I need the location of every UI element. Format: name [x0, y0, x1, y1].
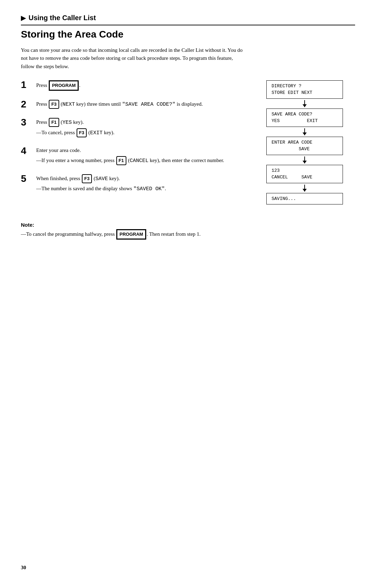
step-number-5: 5	[21, 174, 33, 184]
step-number-4: 4	[21, 146, 33, 156]
diagram-arrow-2	[304, 127, 305, 137]
diagram-arrow-4	[304, 183, 305, 193]
diagram-box-4-line-1: 123	[272, 167, 338, 174]
page-number: 30	[21, 565, 26, 571]
diagram-arrow-1	[304, 99, 305, 108]
page-title: Storing the Area Code	[21, 29, 355, 40]
steps-column: 1 Press PROGRAM. 2 Press F3 (NEXT key) t…	[21, 80, 254, 205]
main-content: 1 Press PROGRAM. 2 Press F3 (NEXT key) t…	[21, 80, 355, 205]
f3-key-3: F3	[82, 174, 92, 183]
step-2: 2 Press F3 (NEXT key) three times until …	[21, 100, 247, 110]
diagram-arrow-3	[304, 155, 305, 165]
header-arrow-icon: ▶	[21, 14, 26, 22]
diagram-box-4-line-2: CANCEL SAVE	[272, 174, 338, 181]
diagram-box-3: ENTER AREA CODE SAVE	[266, 137, 343, 155]
program-key-note: PROGRAM	[116, 229, 146, 240]
step-content-4: Enter your area code. —If you enter a wr…	[36, 146, 247, 166]
header-divider	[21, 25, 355, 25]
diagram-box-1: DIRECTORY ? STORE EDIT NEXT	[266, 80, 343, 99]
step-content-2: Press F3 (NEXT key) three times until "S…	[36, 100, 247, 110]
step-2-text: Press F3 (NEXT key) three times until "S…	[36, 100, 247, 109]
f1-key-1: F1	[49, 118, 59, 127]
f1-key-2: F1	[116, 156, 126, 165]
step-4-main: Enter your area code.	[36, 146, 247, 154]
diagram-box-5: SAVING...	[266, 193, 343, 205]
diagram-box-2-line-1: SAVE AREA CODE?	[272, 111, 338, 118]
program-key-1: PROGRAM	[49, 80, 79, 91]
step-3-main: Press F1 (YES key).	[36, 118, 247, 127]
header-title: Using the Caller List	[29, 14, 96, 22]
step-5: 5 When finished, press F3 (SAVE key). —T…	[21, 174, 247, 194]
step-3-sub: —To cancel, press F3 (EXIT key).	[36, 128, 247, 137]
diagram-column: DIRECTORY ? STORE EDIT NEXT SAVE AREA CO…	[254, 80, 355, 205]
diagram-box-4: 123 CANCEL SAVE	[266, 165, 343, 183]
note-title: Note:	[21, 222, 292, 228]
diagram-box-3-line-1: ENTER AREA CODE	[272, 139, 338, 146]
step-number-2: 2	[21, 99, 33, 110]
description-text: You can store your area code so that inc…	[21, 46, 244, 71]
step-1-text: Press PROGRAM.	[36, 80, 247, 91]
diagram-box-1-line-2: STORE EDIT NEXT	[272, 89, 338, 96]
f3-key-1: F3	[49, 100, 59, 109]
arrow-down-icon-2	[304, 128, 305, 135]
diagram-box-5-line-1: SAVING...	[272, 195, 338, 202]
diagram-box-1-line-1: DIRECTORY ?	[272, 83, 338, 90]
step-3: 3 Press F1 (YES key). —To cancel, press …	[21, 118, 247, 139]
step-1: 1 Press PROGRAM.	[21, 80, 247, 92]
diagram-box-2-line-2: YES EXIT	[272, 118, 338, 124]
step-content-3: Press F1 (YES key). —To cancel, press F3…	[36, 118, 247, 139]
step-number-1: 1	[21, 80, 33, 90]
arrow-down-icon-4	[304, 185, 305, 192]
header: ▶ Using the Caller List	[21, 14, 355, 23]
step-content-5: When finished, press F3 (SAVE key). —The…	[36, 174, 247, 194]
step-content-1: Press PROGRAM.	[36, 80, 247, 92]
step-number-3: 3	[21, 117, 33, 128]
diagram-box-3-line-2: SAVE	[272, 146, 338, 153]
step-5-main: When finished, press F3 (SAVE key).	[36, 174, 247, 183]
step-4-sub: —If you enter a wrong number, press F1 (…	[36, 156, 247, 165]
diagram-box-2: SAVE AREA CODE? YES EXIT	[266, 108, 343, 127]
step-4: 4 Enter your area code. —If you enter a …	[21, 146, 247, 166]
note-section: Note: —To cancel the programming halfway…	[21, 222, 292, 240]
note-text: —To cancel the programming halfway, pres…	[21, 229, 292, 240]
step-5-sub: —The number is saved and the display sho…	[36, 185, 247, 193]
f3-key-2: F3	[77, 128, 87, 137]
arrow-down-icon-3	[304, 156, 305, 163]
arrow-down-icon-1	[304, 100, 305, 107]
